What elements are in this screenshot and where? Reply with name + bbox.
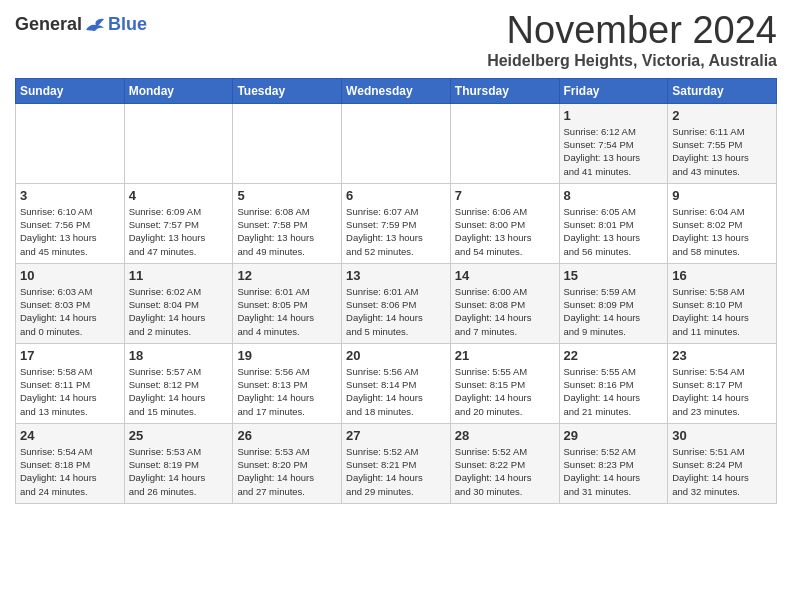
day-info: Sunrise: 5:51 AM Sunset: 8:24 PM Dayligh… — [672, 445, 772, 498]
day-info: Sunrise: 6:10 AM Sunset: 7:56 PM Dayligh… — [20, 205, 120, 258]
day-info: Sunrise: 5:53 AM Sunset: 8:19 PM Dayligh… — [129, 445, 229, 498]
calendar-week-row: 10Sunrise: 6:03 AM Sunset: 8:03 PM Dayli… — [16, 263, 777, 343]
calendar-cell: 3Sunrise: 6:10 AM Sunset: 7:56 PM Daylig… — [16, 183, 125, 263]
calendar-cell: 26Sunrise: 5:53 AM Sunset: 8:20 PM Dayli… — [233, 423, 342, 503]
day-number: 9 — [672, 188, 772, 203]
day-info: Sunrise: 6:08 AM Sunset: 7:58 PM Dayligh… — [237, 205, 337, 258]
calendar-cell — [450, 103, 559, 183]
calendar-cell: 8Sunrise: 6:05 AM Sunset: 8:01 PM Daylig… — [559, 183, 668, 263]
day-number: 3 — [20, 188, 120, 203]
logo-blue-text: Blue — [108, 14, 147, 35]
day-info: Sunrise: 6:12 AM Sunset: 7:54 PM Dayligh… — [564, 125, 664, 178]
calendar-cell: 10Sunrise: 6:03 AM Sunset: 8:03 PM Dayli… — [16, 263, 125, 343]
weekday-header-saturday: Saturday — [668, 78, 777, 103]
day-info: Sunrise: 5:53 AM Sunset: 8:20 PM Dayligh… — [237, 445, 337, 498]
day-info: Sunrise: 5:57 AM Sunset: 8:12 PM Dayligh… — [129, 365, 229, 418]
calendar-cell: 12Sunrise: 6:01 AM Sunset: 8:05 PM Dayli… — [233, 263, 342, 343]
day-info: Sunrise: 5:52 AM Sunset: 8:23 PM Dayligh… — [564, 445, 664, 498]
day-info: Sunrise: 6:01 AM Sunset: 8:06 PM Dayligh… — [346, 285, 446, 338]
day-number: 11 — [129, 268, 229, 283]
calendar-cell: 23Sunrise: 5:54 AM Sunset: 8:17 PM Dayli… — [668, 343, 777, 423]
day-info: Sunrise: 6:02 AM Sunset: 8:04 PM Dayligh… — [129, 285, 229, 338]
calendar-cell: 1Sunrise: 6:12 AM Sunset: 7:54 PM Daylig… — [559, 103, 668, 183]
calendar-cell: 7Sunrise: 6:06 AM Sunset: 8:00 PM Daylig… — [450, 183, 559, 263]
calendar-cell: 2Sunrise: 6:11 AM Sunset: 7:55 PM Daylig… — [668, 103, 777, 183]
calendar-cell: 6Sunrise: 6:07 AM Sunset: 7:59 PM Daylig… — [342, 183, 451, 263]
calendar-week-row: 1Sunrise: 6:12 AM Sunset: 7:54 PM Daylig… — [16, 103, 777, 183]
day-number: 21 — [455, 348, 555, 363]
day-number: 15 — [564, 268, 664, 283]
calendar-cell: 30Sunrise: 5:51 AM Sunset: 8:24 PM Dayli… — [668, 423, 777, 503]
calendar-cell: 28Sunrise: 5:52 AM Sunset: 8:22 PM Dayli… — [450, 423, 559, 503]
weekday-header-monday: Monday — [124, 78, 233, 103]
day-info: Sunrise: 6:06 AM Sunset: 8:00 PM Dayligh… — [455, 205, 555, 258]
day-number: 26 — [237, 428, 337, 443]
day-info: Sunrise: 6:11 AM Sunset: 7:55 PM Dayligh… — [672, 125, 772, 178]
calendar-cell: 17Sunrise: 5:58 AM Sunset: 8:11 PM Dayli… — [16, 343, 125, 423]
day-info: Sunrise: 5:58 AM Sunset: 8:10 PM Dayligh… — [672, 285, 772, 338]
day-number: 25 — [129, 428, 229, 443]
day-number: 2 — [672, 108, 772, 123]
calendar-cell: 25Sunrise: 5:53 AM Sunset: 8:19 PM Dayli… — [124, 423, 233, 503]
weekday-header-thursday: Thursday — [450, 78, 559, 103]
day-info: Sunrise: 5:52 AM Sunset: 8:21 PM Dayligh… — [346, 445, 446, 498]
calendar-week-row: 17Sunrise: 5:58 AM Sunset: 8:11 PM Dayli… — [16, 343, 777, 423]
day-info: Sunrise: 6:01 AM Sunset: 8:05 PM Dayligh… — [237, 285, 337, 338]
day-info: Sunrise: 6:00 AM Sunset: 8:08 PM Dayligh… — [455, 285, 555, 338]
day-info: Sunrise: 6:05 AM Sunset: 8:01 PM Dayligh… — [564, 205, 664, 258]
calendar-cell: 29Sunrise: 5:52 AM Sunset: 8:23 PM Dayli… — [559, 423, 668, 503]
calendar-cell: 19Sunrise: 5:56 AM Sunset: 8:13 PM Dayli… — [233, 343, 342, 423]
calendar-table: SundayMondayTuesdayWednesdayThursdayFrid… — [15, 78, 777, 504]
calendar-cell — [124, 103, 233, 183]
day-info: Sunrise: 5:58 AM Sunset: 8:11 PM Dayligh… — [20, 365, 120, 418]
day-number: 12 — [237, 268, 337, 283]
calendar-cell — [233, 103, 342, 183]
calendar-cell: 15Sunrise: 5:59 AM Sunset: 8:09 PM Dayli… — [559, 263, 668, 343]
day-info: Sunrise: 5:56 AM Sunset: 8:14 PM Dayligh… — [346, 365, 446, 418]
day-number: 29 — [564, 428, 664, 443]
day-number: 14 — [455, 268, 555, 283]
day-info: Sunrise: 6:04 AM Sunset: 8:02 PM Dayligh… — [672, 205, 772, 258]
logo-general-text: General — [15, 14, 82, 35]
weekday-header-sunday: Sunday — [16, 78, 125, 103]
day-number: 10 — [20, 268, 120, 283]
month-title: November 2024 — [487, 10, 777, 52]
day-info: Sunrise: 5:55 AM Sunset: 8:16 PM Dayligh… — [564, 365, 664, 418]
calendar-cell: 18Sunrise: 5:57 AM Sunset: 8:12 PM Dayli… — [124, 343, 233, 423]
day-number: 16 — [672, 268, 772, 283]
day-number: 1 — [564, 108, 664, 123]
calendar-week-row: 3Sunrise: 6:10 AM Sunset: 7:56 PM Daylig… — [16, 183, 777, 263]
calendar-cell — [16, 103, 125, 183]
day-number: 5 — [237, 188, 337, 203]
calendar-cell: 22Sunrise: 5:55 AM Sunset: 8:16 PM Dayli… — [559, 343, 668, 423]
weekday-header-tuesday: Tuesday — [233, 78, 342, 103]
day-number: 4 — [129, 188, 229, 203]
day-number: 19 — [237, 348, 337, 363]
calendar-cell: 24Sunrise: 5:54 AM Sunset: 8:18 PM Dayli… — [16, 423, 125, 503]
day-number: 8 — [564, 188, 664, 203]
calendar-cell: 20Sunrise: 5:56 AM Sunset: 8:14 PM Dayli… — [342, 343, 451, 423]
calendar-cell: 11Sunrise: 6:02 AM Sunset: 8:04 PM Dayli… — [124, 263, 233, 343]
day-info: Sunrise: 5:54 AM Sunset: 8:17 PM Dayligh… — [672, 365, 772, 418]
day-number: 6 — [346, 188, 446, 203]
day-number: 23 — [672, 348, 772, 363]
day-number: 7 — [455, 188, 555, 203]
calendar-cell: 4Sunrise: 6:09 AM Sunset: 7:57 PM Daylig… — [124, 183, 233, 263]
location-subtitle: Heidelberg Heights, Victoria, Australia — [487, 52, 777, 70]
calendar-cell: 21Sunrise: 5:55 AM Sunset: 8:15 PM Dayli… — [450, 343, 559, 423]
day-number: 18 — [129, 348, 229, 363]
day-number: 28 — [455, 428, 555, 443]
day-info: Sunrise: 6:07 AM Sunset: 7:59 PM Dayligh… — [346, 205, 446, 258]
calendar-header-row: SundayMondayTuesdayWednesdayThursdayFrid… — [16, 78, 777, 103]
calendar-cell: 16Sunrise: 5:58 AM Sunset: 8:10 PM Dayli… — [668, 263, 777, 343]
day-info: Sunrise: 5:56 AM Sunset: 8:13 PM Dayligh… — [237, 365, 337, 418]
day-number: 20 — [346, 348, 446, 363]
day-info: Sunrise: 5:59 AM Sunset: 8:09 PM Dayligh… — [564, 285, 664, 338]
day-number: 24 — [20, 428, 120, 443]
day-info: Sunrise: 6:03 AM Sunset: 8:03 PM Dayligh… — [20, 285, 120, 338]
calendar-cell — [342, 103, 451, 183]
calendar-cell: 27Sunrise: 5:52 AM Sunset: 8:21 PM Dayli… — [342, 423, 451, 503]
day-info: Sunrise: 6:09 AM Sunset: 7:57 PM Dayligh… — [129, 205, 229, 258]
day-info: Sunrise: 5:52 AM Sunset: 8:22 PM Dayligh… — [455, 445, 555, 498]
calendar-cell: 13Sunrise: 6:01 AM Sunset: 8:06 PM Dayli… — [342, 263, 451, 343]
